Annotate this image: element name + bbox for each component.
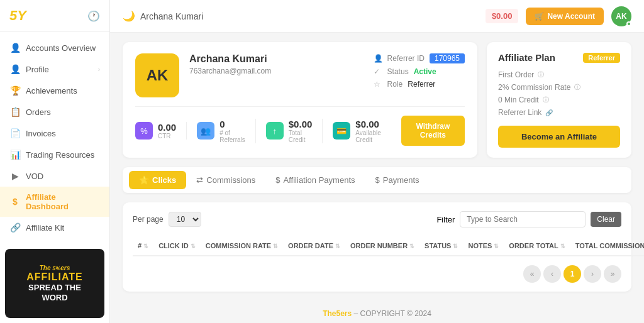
nav-icon-profile: 👤 (9, 64, 21, 74)
nav-icon-achievements: 🏆 (9, 85, 21, 96)
referrals-stat: 👥 0 # of Referrals (187, 119, 256, 143)
sidebar-item-affiliate-kit[interactable]: 🔗 Affiliate Kit (0, 217, 109, 238)
tab-affiliation-payments[interactable]: $ Affiliation Payments (265, 171, 365, 189)
sort-icon-notes: ⇅ (494, 243, 499, 249)
tab-icon-affiliation-payments: $ (275, 175, 280, 185)
prev-page-button[interactable]: ‹ (543, 265, 561, 283)
avatar[interactable]: AK (611, 6, 631, 26)
topbar-actions: $0.00 🛒 New Account AK (486, 6, 631, 26)
nav-label-affiliate-kit: Affiliate Kit (26, 223, 100, 233)
nav-label-profile: Profile (26, 65, 93, 74)
profile-and-plan-row: AK Archana Kumari 763archana@gmail.com 👤… (123, 42, 631, 158)
next-page-button[interactable]: › (584, 265, 601, 283)
first-page-button[interactable]: « (523, 265, 541, 283)
filter-group: Filter Clear (436, 211, 621, 227)
filter-label: Filter (436, 215, 455, 224)
tab-icon-clicks: ⭐ (139, 175, 149, 185)
banner-word-text: WORD (26, 293, 83, 302)
tab-payments[interactable]: $ Payments (365, 171, 430, 189)
profile-avatar: AK (135, 53, 179, 97)
become-affiliate-button[interactable]: Become an Affiliate (498, 126, 620, 148)
avail-credit-value: $0.00 (355, 119, 380, 129)
sidebar-banner[interactable]: The 5%ers AFFILIATE SPREAD THE WORD (5, 249, 104, 318)
referrer-link-icon[interactable]: 🔗 (545, 109, 553, 116)
ctr-value: 0.00 (158, 122, 176, 133)
sidebar-item-autochartist[interactable]: 📈 Autochartist (0, 238, 109, 244)
avatar-status-dot (626, 21, 631, 26)
commission-row: 2% Commission Rate ⓘ (498, 83, 620, 92)
first-order-label: First Order (498, 70, 534, 79)
total-credit-values: $0.00 Total Credit (289, 119, 313, 143)
nav-label-accounts-overview: Accounts Overview (26, 43, 100, 53)
col-total-commission[interactable]: TOTAL COMMISSION⇅ (570, 236, 644, 256)
chevron-icon: › (98, 66, 100, 73)
clear-button[interactable]: Clear (591, 212, 621, 227)
plan-header: Affiliate Plan Referrer (498, 52, 620, 63)
content-area: AK Archana Kumari 763archana@gmail.com 👤… (110, 33, 644, 304)
topbar-username: Archana Kumari (140, 11, 203, 21)
last-page-button[interactable]: » (604, 265, 621, 283)
search-input[interactable] (460, 211, 586, 227)
total-credit-label: Total Credit (289, 129, 313, 143)
star-icon: ☆ (374, 80, 382, 89)
sidebar-item-accounts-overview[interactable]: 👤 Accounts Overview (0, 37, 109, 58)
current-page-button[interactable]: 1 (564, 265, 581, 283)
sidebar-item-trading-resources[interactable]: 📊 Trading Resources (0, 144, 109, 165)
sidebar-item-affiliate-dashboard[interactable]: $ Affiliate Dashboard (0, 187, 109, 217)
referrer-tag: Referrer (583, 53, 620, 63)
per-page-label: Per page (133, 215, 164, 224)
first-order-info-icon[interactable]: ⓘ (538, 70, 544, 79)
role-label: Role (387, 80, 403, 89)
new-account-button[interactable]: 🛒 New Account (526, 8, 604, 25)
total-credit-value: $0.00 (289, 119, 313, 129)
commission-label: 2% Commission Rate (498, 83, 570, 92)
tab-clicks[interactable]: ⭐ Clicks (129, 171, 186, 189)
referrer-link-row: Referrer Link 🔗 (498, 108, 620, 117)
total-credit-icon: ↑ (266, 122, 284, 140)
ctr-label: CTR (158, 133, 176, 140)
referrer-id-value: 170965 (430, 53, 465, 63)
tab-label-payments: Payments (383, 175, 419, 185)
col-order-date[interactable]: ORDER DATE⇅ (283, 236, 345, 256)
per-page-group: Per page 10 25 50 (133, 212, 201, 227)
sidebar-item-profile[interactable]: 👤 Profile › (0, 58, 109, 80)
new-account-label: New Account (547, 12, 595, 21)
footer-brand: The5ers (323, 309, 352, 318)
avatar-initials: AK (616, 12, 626, 21)
min-credit-info-icon[interactable]: ⓘ (543, 96, 549, 104)
first-order-row: First Order ⓘ (498, 70, 620, 79)
referrals-icon: 👥 (197, 122, 214, 140)
banner-content: The 5%ers AFFILIATE SPREAD THE WORD (21, 260, 88, 308)
withdraw-credits-button[interactable]: Withdraw Credits (401, 116, 465, 146)
col-notes[interactable]: NOTES⇅ (463, 236, 504, 256)
nav-label-orders: Orders (26, 107, 100, 117)
col-click-id[interactable]: CLICK ID⇅ (153, 236, 201, 256)
col-order-total[interactable]: ORDER TOTAL⇅ (504, 236, 570, 256)
sidebar-item-invoices[interactable]: 📄 Invoices (0, 123, 109, 144)
col-status[interactable]: STATUS⇅ (419, 236, 463, 256)
tab-label-affiliation-payments: Affiliation Payments (284, 175, 355, 185)
profile-fields: 👤 Referrer ID 170965 ✓ Status Active ☆ R… (374, 53, 465, 89)
col-num[interactable]: #⇅ (133, 236, 153, 256)
nav-label-affiliate-dashboard: Affiliate Dashboard (26, 192, 100, 211)
commission-info-icon[interactable]: ⓘ (574, 83, 580, 92)
tabs-bar: ⭐ Clicks ⇄ Commissions $ Affiliation Pay… (123, 167, 631, 193)
sidebar-item-orders[interactable]: 📋 Orders (0, 101, 109, 123)
affiliate-plan-card: Affiliate Plan Referrer First Order ⓘ 2%… (487, 42, 631, 158)
tab-commissions[interactable]: ⇄ Commissions (186, 171, 265, 189)
sidebar-logo-area: 5Y 🕐 (0, 0, 109, 32)
sidebar: 5Y 🕐 👤 Accounts Overview 👤 Profile › 🏆 A… (0, 0, 110, 323)
plan-details: First Order ⓘ 2% Commission Rate ⓘ 0 Min… (498, 70, 620, 117)
nav-label-vod: VOD (26, 172, 100, 181)
nav-icon-accounts-overview: 👤 (9, 43, 21, 53)
sidebar-item-achievements[interactable]: 🏆 Achievements (0, 80, 109, 101)
sidebar-item-vod[interactable]: ▶ VOD (0, 165, 109, 187)
profile-card: AK Archana Kumari 763archana@gmail.com 👤… (123, 42, 477, 158)
per-page-select[interactable]: 10 25 50 (169, 212, 201, 227)
col-order-number[interactable]: ORDER NUMBER⇅ (345, 236, 419, 256)
col-commission-rate[interactable]: COMMISSION RATE⇅ (201, 236, 283, 256)
person-icon: 👤 (374, 54, 382, 63)
referrals-values: 0 # of Referrals (219, 119, 245, 143)
tab-icon-commissions: ⇄ (196, 175, 203, 185)
footer-text: – COPYRIGHT © 2024 (354, 309, 431, 318)
